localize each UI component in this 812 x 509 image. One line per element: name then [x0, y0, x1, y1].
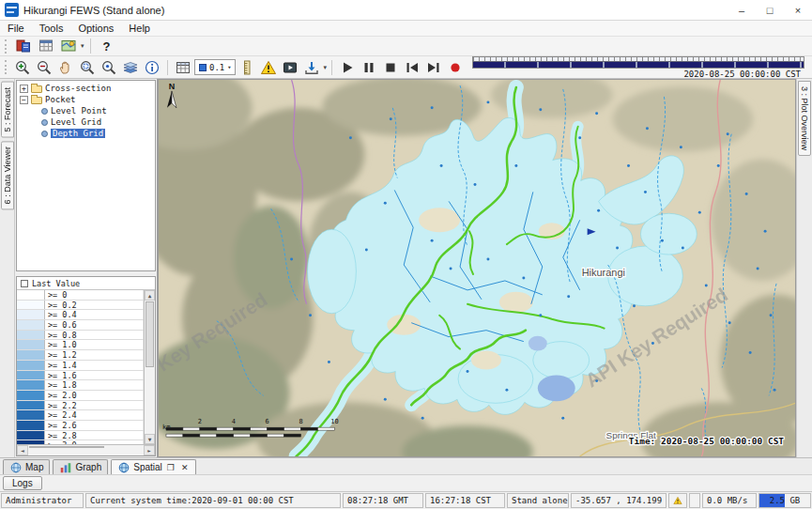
status-bar: Administrator Current system time:2020-0…	[0, 491, 812, 509]
pause-icon[interactable]	[359, 58, 379, 77]
last-value-label: Last Value	[32, 279, 80, 288]
scrollbar-thumb[interactable]	[29, 446, 104, 448]
legend-row: >= 0	[17, 290, 144, 301]
chart-icon	[59, 461, 72, 474]
animation-icon[interactable]	[280, 58, 300, 77]
collapse-icon[interactable]: −	[20, 96, 28, 104]
zoom-out-icon[interactable]	[34, 58, 54, 77]
grid-icon[interactable]	[173, 58, 193, 77]
tab-spatial[interactable]: Spatial ❐ ✕	[111, 459, 196, 474]
toolbar-grip	[5, 60, 8, 74]
status-warning-icon[interactable]	[668, 493, 687, 508]
map-toolbar: 0.1 ▾ ▾ 2020-08-25 00:00:00 CST	[0, 56, 812, 79]
layer-node-icon	[41, 108, 48, 115]
panel-restore-icon[interactable]: ❐	[165, 463, 176, 472]
warning-icon[interactable]	[258, 58, 279, 77]
play-icon[interactable]	[337, 58, 358, 77]
logs-button[interactable]: Logs	[3, 476, 42, 490]
layer-node-icon	[41, 131, 48, 137]
sidebar-tab-forecast[interactable]: 5 : Forecast	[1, 82, 14, 138]
scroll-up-icon[interactable]: ▲	[145, 290, 155, 301]
record-icon[interactable]	[445, 58, 466, 77]
map-display-icon[interactable]	[58, 37, 79, 55]
status-gmt-time: 08:27:18 GMT	[343, 493, 423, 508]
tree-item-depth-grid[interactable]: Depth Grid	[17, 128, 155, 139]
profile-ruler-icon[interactable]	[237, 58, 257, 77]
skip-start-icon[interactable]	[402, 58, 422, 77]
import-icon[interactable]	[301, 58, 322, 77]
timeline-slider[interactable]	[472, 56, 804, 69]
close-button[interactable]: ×	[784, 0, 812, 20]
import-caret-icon[interactable]: ▾	[323, 64, 327, 71]
zoom-in-icon[interactable]	[12, 58, 33, 77]
chevron-down-icon: ▾	[227, 64, 231, 71]
svg-text:8: 8	[299, 418, 302, 425]
scroll-left-icon[interactable]: ◄	[17, 445, 28, 455]
tab-map[interactable]: Map	[3, 459, 50, 474]
status-spacer	[689, 493, 700, 508]
legend-horizontal-scrollbar[interactable]: ◄ ►	[17, 444, 155, 455]
panel-close-icon[interactable]: ✕	[179, 463, 191, 472]
timeline-date: 2020-08-25 00:00:00 CST	[683, 69, 808, 79]
legend-row: >= 1.4	[17, 361, 144, 371]
tree-item-level-point[interactable]: Level Point	[17, 105, 155, 116]
scrollbar-thumb[interactable]	[146, 301, 154, 367]
layers-icon[interactable]	[120, 58, 141, 77]
scroll-right-icon[interactable]: ►	[144, 445, 155, 455]
main-toolbar: ▾ ?	[0, 37, 812, 56]
map-display-caret-icon[interactable]: ▾	[81, 42, 84, 50]
zoom-extent-icon[interactable]	[99, 58, 119, 77]
info-icon[interactable]	[142, 58, 162, 77]
sidebar-tab-data-viewer[interactable]: 6 : Data Viewer	[1, 141, 14, 209]
toolbar-grip	[5, 39, 8, 54]
left-tab-strip: 5 : Forecast 6 : Data Viewer	[0, 79, 15, 457]
skip-end-icon[interactable]	[423, 58, 444, 77]
maximize-button[interactable]: □	[756, 0, 784, 20]
north-label: N	[169, 82, 175, 91]
legend-vertical-scrollbar[interactable]: ▲ ▼	[144, 290, 155, 444]
menu-bar: File Tools Options Help	[0, 21, 812, 37]
status-user: Administrator	[1, 493, 84, 508]
place-label-hikurangi: Hikurangi	[582, 267, 625, 278]
legend-list: >= 0 >= 0.2 >= 0.4 >= 0.6 >= 0.8 >= 1.0 …	[17, 290, 144, 444]
logs-row: Logs	[0, 474, 812, 491]
legend-row: >= 2.4	[17, 410, 144, 421]
tree-item-pocket[interactable]: − Pocket	[17, 94, 155, 105]
stop-icon[interactable]	[380, 58, 401, 77]
tree-item-cross-section[interactable]: + Cross-section	[17, 83, 155, 94]
legend-row: >= 2.8	[17, 431, 144, 441]
menu-help[interactable]: Help	[121, 22, 158, 35]
toolbar-separator	[331, 60, 332, 75]
legend-row: >= 1.6	[17, 371, 144, 381]
legend-row: >= 0.2	[17, 301, 144, 311]
last-value-checkbox[interactable]	[21, 280, 28, 287]
legend-row: >= 0.6	[17, 320, 144, 331]
menu-file[interactable]: File	[0, 22, 32, 35]
zoom-selection-icon[interactable]	[77, 58, 98, 77]
expand-icon[interactable]: +	[20, 85, 28, 93]
pan-icon[interactable]	[55, 58, 76, 77]
resolution-swatch	[199, 64, 207, 71]
map-canvas[interactable]: API Key Required API Key Required Hikura…	[158, 79, 796, 457]
minimize-button[interactable]: –	[728, 0, 756, 20]
resolution-value: 0.1	[209, 63, 224, 72]
menu-options[interactable]: Options	[70, 22, 121, 35]
status-mode: Stand alone	[507, 493, 569, 508]
scroll-down-icon[interactable]: ▼	[145, 434, 155, 444]
tree-item-level-grid[interactable]: Level Grid	[17, 116, 155, 128]
layer-node-icon	[41, 119, 48, 126]
tab-graph[interactable]: Graph	[53, 459, 108, 474]
svg-text:4: 4	[232, 418, 236, 425]
map-time-label: Time: 2020-08-25 00:00:00 CST	[629, 436, 785, 446]
legend-row: >= 1.2	[17, 350, 144, 361]
toolbar-separator	[90, 39, 91, 54]
grid-display-icon[interactable]	[36, 37, 56, 55]
sidebar-tab-plot-overview[interactable]: 3 : Plot Overview	[798, 81, 811, 156]
legend-row: >= 2.6	[17, 421, 144, 431]
explorer-icon[interactable]	[13, 37, 34, 55]
help-icon[interactable]: ?	[97, 37, 117, 55]
menu-tools[interactable]: Tools	[32, 22, 71, 35]
status-system-time: Current system time:2020-09-01 00:00 CST	[85, 493, 341, 508]
resolution-dropdown[interactable]: 0.1 ▾	[194, 59, 236, 75]
timeline-bar[interactable]	[473, 61, 804, 68]
